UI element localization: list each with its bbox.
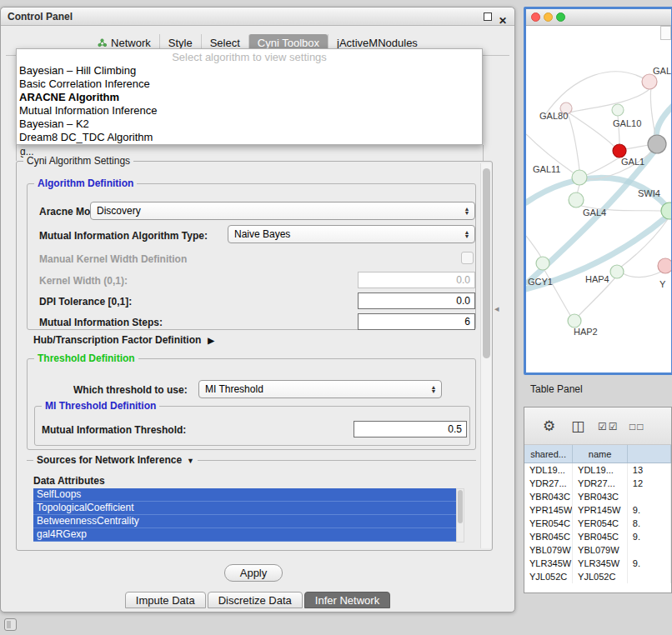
panel-divider-handle[interactable] [494,303,499,314]
table-cell: YPR145W [524,503,573,517]
attribute-item-selfloops[interactable]: SelfLoops [33,488,456,502]
attributes-list-scrollbar[interactable] [456,488,464,542]
algorithm-option-basic-correlation-inference[interactable]: Basic Correlation Inference [17,78,482,91]
table-cell: 13 [628,463,671,477]
table-cell: YER054C [524,517,573,530]
network-window-titlebar[interactable] [526,9,671,26]
table-cell [628,543,671,557]
network-node[interactable] [642,74,657,89]
combo-arrows-icon [461,207,473,215]
table-cell: YDR27... [573,477,628,490]
node-label-hap2: HAP2 [574,327,598,337]
table-row[interactable]: YPR145WYPR145W9. [524,503,671,517]
table-row[interactable]: YBR045CYBR045C9. [524,530,671,543]
network-node[interactable] [572,170,587,185]
hub-section-label: Hub/Transcription Factor Definition [33,334,201,346]
node-label-gal1: GAL1 [621,157,644,167]
column-header-name[interactable]: name [573,445,628,462]
network-node[interactable] [612,104,624,116]
network-node[interactable] [613,144,626,158]
scrollbar-thumb[interactable] [483,168,490,358]
table-panel-title: Table Panel [530,383,583,395]
algorithm-definition-title: Algorithm Definition [34,178,137,189]
table-row[interactable]: YDL19...YDL19...13 [524,463,671,477]
tab-discretize-data[interactable]: Discretize Data [208,592,303,608]
table-cell: YDL19... [524,463,573,477]
network-node[interactable] [536,257,549,270]
table-row[interactable]: YDR27...YDR27...12 [524,477,671,490]
combo-arrows-icon [428,385,439,393]
algorithm-option-mutual-information-inference[interactable]: Mutual Information Inference [17,104,482,118]
kernel-width-field[interactable] [358,272,475,288]
network-edge [526,236,542,259]
close-window-icon[interactable] [499,12,507,21]
settings-scrollbar[interactable] [480,163,491,548]
mi-threshold-definition-group: MI Threshold Definition Mutual Informati… [34,406,470,446]
algorithm-option-bayesian-k2[interactable]: Bayesian – K2 [17,118,482,131]
zoom-traffic-light-icon[interactable] [556,12,565,22]
columns-icon[interactable]: ◫ [571,418,584,435]
network-scrollbar[interactable] [660,26,671,40]
table-row[interactable]: YBR043CYBR043C [524,490,671,503]
dpi-tolerance-field[interactable] [358,292,475,309]
network-node[interactable] [648,135,666,153]
gear-icon[interactable]: ⚙ [543,418,555,435]
hub-transcription-factor-section[interactable]: Hub/Transcription Factor Definition [33,334,214,346]
table-row[interactable]: YLR345WYLR345W9. [524,557,671,570]
network-node[interactable] [568,314,581,328]
collapse-down-icon[interactable] [187,457,194,465]
table-row[interactable]: YJL052CYJL052C [524,570,671,583]
network-node[interactable] [658,258,671,273]
manual-kernel-width-label: Manual Kernel Width Definition [39,253,187,265]
aracne-mode-select[interactable]: Discovery [90,202,475,220]
table-header-row: shared...name [524,445,671,463]
network-node[interactable] [610,265,624,278]
control-panel-titlebar[interactable]: Control Panel [1,8,514,26]
network-edge [650,88,655,135]
table-row[interactable]: YER054CYER054C8. [524,517,671,530]
network-graph[interactable]: GALGAL80GAL10GAL11GAL1SWI4GAL4GCY1HAP4YH… [526,26,671,372]
which-threshold-select[interactable]: MI Threshold [198,380,442,398]
table-cell: YBR045C [573,530,628,543]
close-traffic-light-icon[interactable] [531,12,540,22]
minimize-traffic-light-icon[interactable] [544,12,553,22]
expand-right-icon[interactable] [208,336,214,345]
mi-threshold-definition-title: MI Threshold Definition [42,400,159,412]
node-label-gal4: GAL4 [583,208,606,218]
network-node[interactable] [569,192,584,208]
mi-algorithm-type-select[interactable]: Naive Bayes [228,225,475,243]
manual-kernel-width-checkbox[interactable] [461,252,474,264]
algorithm-option-dream8-dc-tdc-algorithm[interactable]: Dream8 DC_TDC Algorithm [17,131,482,144]
sources-section-header[interactable]: Sources for Network Inference [33,454,198,466]
algorithm-dropdown-popup: Select algorithm to view settings Bayesi… [16,48,483,145]
attribute-item-betweennesscentrality[interactable]: BetweennessCentrality [33,515,456,528]
algorithm-option-aracne-algorithm[interactable]: ARACNE Algorithm [17,91,482,104]
apply-button[interactable]: Apply [224,564,283,582]
network-view-window[interactable]: GALGAL80GAL10GAL11GAL1SWI4GAL4GCY1HAP4YH… [524,7,672,375]
mi-threshold-field[interactable] [354,421,467,438]
table-row[interactable]: YBL079WYBL079W [524,543,671,557]
hide-panel-icon[interactable] [4,618,17,631]
attribute-item-gal4rgexp[interactable]: gal4RGexp [33,528,456,542]
table-cell: YJL052C [524,570,573,583]
column-header-shared[interactable]: shared... [524,445,573,462]
network-canvas[interactable]: GALGAL80GAL10GAL11GAL1SWI4GAL4GCY1HAP4YH… [526,26,671,372]
which-threshold-label: Which threshold to use: [73,384,188,396]
table-cell [628,490,671,503]
node-label-gal80: GAL80 [539,111,568,121]
table-cell: YDR27... [524,477,573,490]
select-all-icon[interactable]: ☑☑ [598,421,619,432]
node-label-swi4: SWI4 [638,188,660,198]
tab-infer-network[interactable]: Infer Network [304,592,390,608]
mi-steps-field[interactable] [358,313,475,330]
scrollbar-thumb[interactable] [458,490,463,523]
sources-title: Sources for Network Inference [37,454,182,466]
unselect-all-icon[interactable]: □□ [629,421,645,432]
table-body: YDL19...YDL19...13YDR27...YDR27...12YBR0… [524,463,671,592]
attribute-item-topologicalcoefficient[interactable]: TopologicalCoefficient [33,502,456,515]
tab-impute-data[interactable]: Impute Data [125,592,206,608]
algorithm-option-bayesian-hill-climbing[interactable]: Bayesian – Hill Climbing [17,64,482,78]
float-window-icon[interactable] [484,12,492,21]
column-header-extra[interactable] [628,445,671,462]
combo-arrows-icon [461,230,473,238]
